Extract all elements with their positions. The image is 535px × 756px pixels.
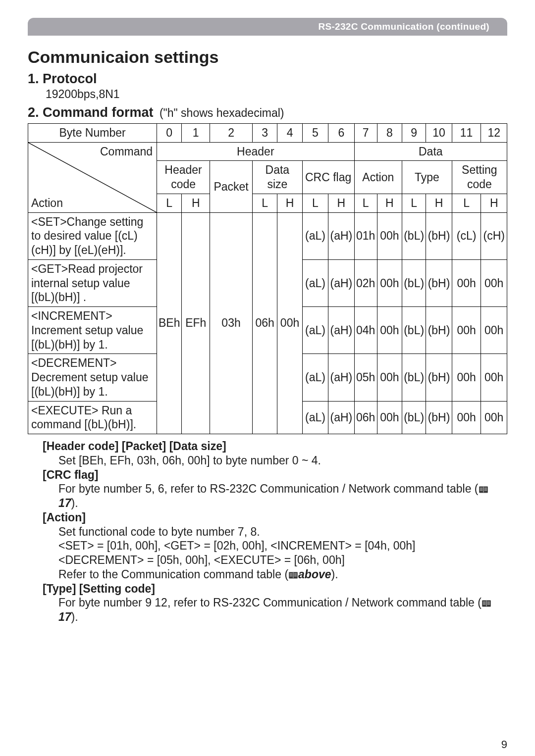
byte-number-label: Byte Number [28,123,157,142]
note-body: <SET> = [01h, 00h], <GET> = [02h, 00h], … [58,539,507,553]
note-body: <DECREMENT> = [05h, 00h], <EXECUTE> = [0… [58,553,507,567]
data-group-label: Data [354,142,507,161]
note-body: Set functional code to byte number 7, 8. [58,525,507,539]
protocol-value: 19200bps,8N1 [46,87,507,101]
book-icon [482,600,491,607]
corner-action-label: Action [31,196,63,210]
corner-cell: Command Action [28,142,157,212]
page-number: 9 [501,738,507,752]
note-body: Refer to the Communication command table… [58,567,507,582]
section-1-title: 1. Protocol [28,71,507,88]
note-title: [Type] [Setting code] [43,582,507,596]
note-body: For byte number 5, 6, refer to RS-232C C… [58,482,507,510]
table-row: Byte Number 0 1 2 3 4 5 6 7 8 9 10 11 12 [28,123,507,142]
section-2-note: ("h" shows hexadecimal) [160,106,284,119]
corner-command-label: Command [100,145,153,159]
note-title: [Header code] [Packet] [Data size] [43,439,507,454]
command-format-table: Byte Number 0 1 2 3 4 5 6 7 8 9 10 11 12… [28,123,507,434]
book-icon [288,571,298,579]
page-title: Communicaion settings [28,47,507,68]
header-group-label: Header [157,142,354,161]
note-title: [Action] [43,510,507,525]
section-2-title: 2. Command format [28,105,154,120]
note-body: Set [BEh, EFh, 03h, 06h, 00h] to byte nu… [58,454,507,468]
banner-text: RS-232C Communication (continued) [318,21,489,33]
book-icon [479,486,488,494]
table-row: Command Action Header Data [28,142,507,161]
notes-section: [Header code] [Packet] [Data size] Set [… [28,439,507,624]
table-row: <SET>Change setting to desired value [(c… [28,212,507,259]
note-body: For byte number 9 12, refer to RS-232C C… [58,596,507,624]
section-banner: RS-232C Communication (continued) [28,18,507,36]
note-title: [CRC flag] [43,468,507,482]
